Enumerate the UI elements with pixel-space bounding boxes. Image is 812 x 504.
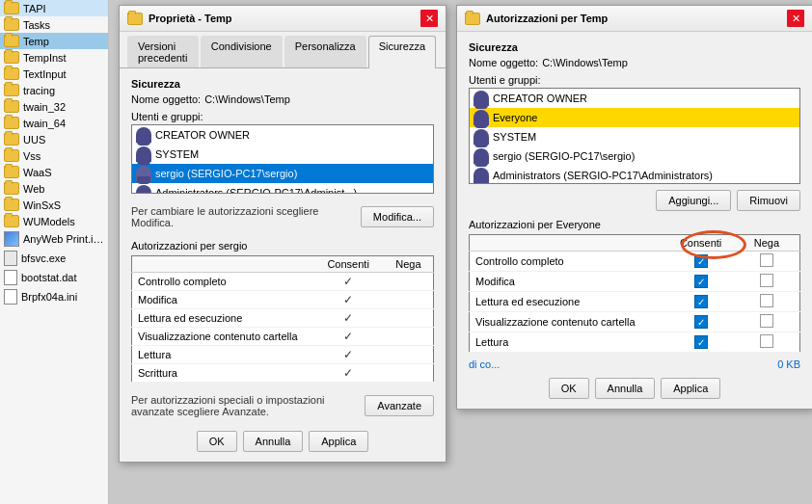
auth-consenti-check[interactable]: ✓ bbox=[667, 252, 734, 272]
table-row: Lettura ✓ bbox=[132, 346, 434, 364]
modifica-button[interactable]: Modifica... bbox=[361, 206, 434, 227]
applica-button[interactable]: Applica bbox=[309, 431, 368, 452]
nega-check bbox=[384, 273, 434, 291]
user-item-creator[interactable]: CREATOR OWNER bbox=[132, 125, 433, 145]
explorer-item-web[interactable]: Web bbox=[0, 180, 108, 197]
explorer-item-temp[interactable]: Temp bbox=[0, 33, 108, 49]
explorer-item-waas[interactable]: WaaS bbox=[0, 164, 108, 180]
explorer-item-twain64[interactable]: twain_64 bbox=[0, 115, 108, 131]
explorer-item-twain32[interactable]: twain_32 bbox=[0, 98, 108, 115]
user-item-system[interactable]: SYSTEM bbox=[132, 145, 433, 164]
rimuovi-button[interactable]: Rimuovi bbox=[737, 190, 800, 211]
auth-titlebar: Autorizzazioni per Temp ✕ bbox=[457, 6, 812, 32]
auth-consenti-check[interactable]: ✓ bbox=[667, 312, 734, 332]
auth-close-button[interactable]: ✕ bbox=[787, 10, 804, 27]
auth-dialog: Autorizzazioni per Temp ✕ Sicurezza Nome… bbox=[456, 5, 812, 410]
auth-nega-check[interactable] bbox=[734, 332, 800, 353]
explorer-item-tasks[interactable]: Tasks bbox=[0, 16, 108, 33]
checkbox-checked[interactable]: ✓ bbox=[694, 295, 708, 308]
item-label: TextInput bbox=[23, 68, 67, 80]
table-row: Controllo completo ✓ bbox=[132, 273, 434, 291]
auth-consenti-check[interactable]: ✓ bbox=[667, 272, 734, 292]
properties-close-button[interactable]: ✕ bbox=[420, 10, 438, 27]
auth-applica-button[interactable]: Applica bbox=[661, 378, 720, 399]
folder-icon bbox=[4, 199, 19, 211]
user-icon bbox=[474, 91, 489, 106]
auth-consenti-check[interactable]: ✓ bbox=[667, 292, 734, 312]
auth-consenti-check[interactable]: ✓ bbox=[667, 332, 734, 353]
explorer-item-textinput[interactable]: TextInput bbox=[0, 66, 108, 82]
checkbox-checked[interactable]: ✓ bbox=[694, 315, 708, 329]
item-label: UUS bbox=[23, 134, 45, 146]
folder-icon bbox=[4, 149, 19, 162]
user-icon bbox=[136, 127, 151, 143]
explorer-item-anyweb[interactable]: AnyWeb Print.ico bbox=[0, 229, 108, 249]
auth-user-everyone[interactable]: Everyone bbox=[470, 108, 799, 127]
explorer-item-tapi[interactable]: TAPI bbox=[0, 0, 108, 16]
auth-nega-check[interactable] bbox=[734, 272, 800, 292]
user-icon bbox=[474, 110, 489, 125]
auth-users-listbox[interactable]: CREATOR OWNER Everyone SYSTEM sergio (SE… bbox=[469, 88, 800, 184]
auth-user-system[interactable]: SYSTEM bbox=[470, 127, 799, 146]
explorer-item-vss[interactable]: Vss bbox=[0, 147, 108, 164]
checkbox-checked[interactable]: ✓ bbox=[694, 275, 708, 288]
auth-nega-check[interactable] bbox=[734, 312, 800, 332]
explorer-item-winsxs[interactable]: WinSxS bbox=[0, 197, 108, 213]
ok-button[interactable]: OK bbox=[197, 431, 237, 452]
properties-tabs-row: Versioni precedenti Condivisione Persona… bbox=[120, 32, 446, 68]
auth-body: Sicurezza Nome oggetto: C:\Windows\Temp … bbox=[457, 32, 812, 409]
explorer-item-bfsvc[interactable]: bfsvc.exe bbox=[0, 249, 108, 268]
auth-ok-button[interactable]: OK bbox=[549, 378, 589, 399]
auth-nega-check[interactable] bbox=[734, 252, 800, 272]
checkbox-empty[interactable] bbox=[760, 294, 773, 307]
explorer-item-brpfx[interactable]: Brpfx04a.ini bbox=[0, 287, 108, 306]
properties-dialog: Proprietà - Temp ✕ Versioni precedenti C… bbox=[119, 5, 447, 463]
avanzate-button[interactable]: Avanzate bbox=[365, 395, 434, 416]
checkbox-empty[interactable] bbox=[760, 314, 773, 328]
perm-col-name bbox=[132, 256, 313, 273]
user-item-administrators[interactable]: Administrators (SERGIO-PC17\Administ...) bbox=[132, 183, 433, 194]
perm-col-nega: Nega bbox=[384, 256, 434, 273]
explorer-item-wumodels[interactable]: WUModels bbox=[0, 213, 108, 229]
auth-user-creator[interactable]: CREATOR OWNER bbox=[470, 89, 799, 108]
annulla-button[interactable]: Annulla bbox=[243, 431, 304, 452]
auth-user-sergio[interactable]: sergio (SERGIO-PC17\sergio) bbox=[470, 146, 799, 166]
title-folder-icon bbox=[127, 13, 143, 25]
special-row: Per autorizzazioni speciali o impostazio… bbox=[131, 388, 434, 423]
checkbox-empty[interactable] bbox=[760, 274, 773, 287]
perm-name: Controllo completo bbox=[470, 252, 668, 272]
nega-check bbox=[384, 309, 434, 328]
checkbox-empty[interactable] bbox=[760, 334, 773, 348]
perm-name: Visualizzazione contenuto cartella bbox=[132, 328, 313, 346]
explorer-item-tracing[interactable]: tracing bbox=[0, 82, 108, 98]
tab-personalizza[interactable]: Personalizza bbox=[284, 36, 366, 67]
auth-annulla-button[interactable]: Annulla bbox=[595, 378, 656, 399]
exe-file-icon bbox=[4, 251, 17, 266]
user-label: sergio (SERGIO-PC17\sergio) bbox=[155, 168, 297, 179]
explorer-item-bootstat[interactable]: bootstat.dat bbox=[0, 268, 108, 287]
table-row: Scrittura ✓ bbox=[132, 364, 434, 383]
item-label: WUModels bbox=[23, 216, 75, 227]
auth-user-admins[interactable]: Administrators (SERGIO-PC17\Administrato… bbox=[470, 166, 799, 184]
checkbox-empty[interactable] bbox=[760, 253, 773, 267]
auth-nega-check[interactable] bbox=[734, 292, 800, 312]
item-label: TAPI bbox=[23, 3, 46, 14]
properties-title: Proprietà - Temp bbox=[149, 13, 232, 24]
special-text: Per autorizzazioni speciali o impostazio… bbox=[131, 394, 343, 417]
aggiungi-button[interactable]: Aggiungi... bbox=[656, 190, 731, 211]
tab-versioni-precedenti[interactable]: Versioni precedenti bbox=[127, 36, 199, 67]
users-listbox[interactable]: CREATOR OWNER SYSTEM sergio (SERGIO-PC17… bbox=[131, 124, 434, 194]
tab-condivisione[interactable]: Condivisione bbox=[201, 36, 283, 67]
perm-name: Modifica bbox=[470, 272, 668, 292]
checkbox-checked[interactable]: ✓ bbox=[694, 254, 708, 268]
folder-icon bbox=[4, 2, 19, 14]
ini-file-icon bbox=[4, 289, 17, 305]
tab-sicurezza[interactable]: Sicurezza bbox=[368, 36, 436, 68]
table-row: Visualizzazione contenuto cartella ✓ bbox=[132, 328, 434, 346]
explorer-item-tempinst[interactable]: TempInst bbox=[0, 49, 108, 66]
item-label: bfsvc.exe bbox=[21, 252, 66, 264]
checkbox-checked[interactable]: ✓ bbox=[694, 335, 708, 349]
user-item-sergio[interactable]: sergio (SERGIO-PC17\sergio) bbox=[132, 164, 433, 183]
table-row: Controllo completo ✓ bbox=[470, 252, 800, 272]
explorer-item-uus[interactable]: UUS bbox=[0, 131, 108, 147]
